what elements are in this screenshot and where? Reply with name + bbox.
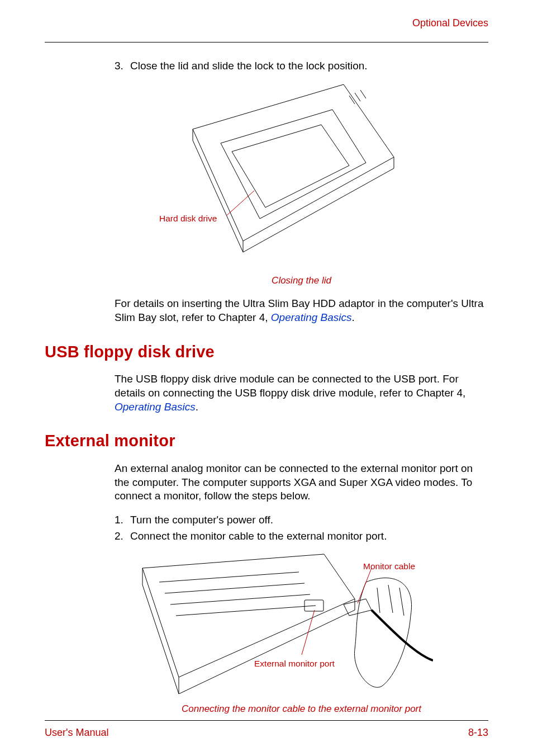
- footer-right: 8-13: [468, 726, 488, 739]
- para-ultra-slim: For details on inserting the Ultra Slim …: [115, 297, 488, 324]
- ext-step-2-text: Connect the monitor cable to the externa…: [130, 530, 488, 544]
- para-usb-floppy-suffix: .: [196, 401, 198, 413]
- para-external-monitor: An external analog monitor can be connec…: [115, 462, 488, 503]
- footer-rule: [45, 720, 488, 721]
- header-section-label: Optional Devices: [45, 17, 488, 30]
- step-3-text: Close the lid and slide the lock to the …: [130, 59, 488, 73]
- figure-caption-closing-lid: Closing the lid: [115, 275, 488, 287]
- figure-label-monitor-cable: Monitor cable: [363, 561, 415, 572]
- step-3-row: 3. Close the lid and slide the lock to t…: [115, 59, 488, 73]
- para-ultra-slim-suffix: .: [352, 311, 355, 323]
- header-rule: [45, 42, 488, 42]
- ext-step-2-number: 2.: [115, 530, 130, 544]
- ext-step-2-row: 2. Connect the monitor cable to the exte…: [115, 530, 488, 544]
- figure-caption-connecting-monitor: Connecting the monitor cable to the exte…: [115, 703, 488, 715]
- ext-step-1-row: 1. Turn the computer's power off.: [115, 513, 488, 527]
- figure-label-monitor-port: External monitor port: [254, 658, 335, 669]
- step-3-number: 3.: [115, 59, 130, 73]
- figure-connecting-monitor: Monitor cable External monitor port: [115, 549, 488, 700]
- ext-step-1-text: Turn the computer's power off.: [130, 513, 488, 527]
- figure-label-hdd: Hard disk drive: [159, 213, 217, 224]
- heading-external-monitor: External monitor: [45, 431, 488, 452]
- figure-closing-lid: Hard disk drive: [115, 79, 488, 269]
- footer-left: User's Manual: [45, 726, 108, 739]
- para-usb-floppy-prefix: The USB floppy disk drive module can be …: [115, 373, 465, 399]
- link-operating-basics-2[interactable]: Operating Basics: [115, 401, 196, 413]
- page-footer: User's Manual 8-13: [45, 720, 488, 739]
- heading-usb-floppy: USB floppy disk drive: [45, 342, 488, 363]
- link-operating-basics-1[interactable]: Operating Basics: [271, 311, 352, 323]
- para-usb-floppy: The USB floppy disk drive module can be …: [115, 372, 488, 414]
- ext-step-1-number: 1.: [115, 513, 130, 527]
